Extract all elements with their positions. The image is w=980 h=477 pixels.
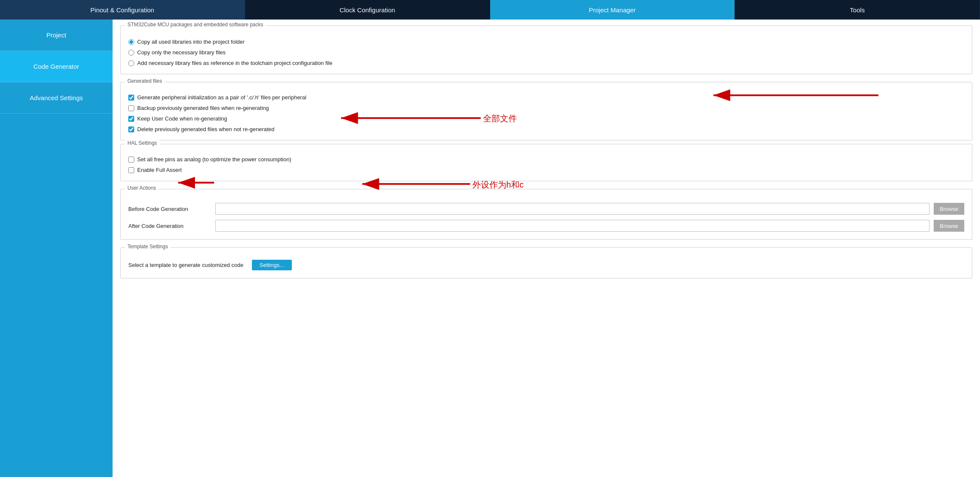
label-full-assert: Enable Full Assert: [137, 167, 182, 173]
radio-copy-all[interactable]: [128, 39, 134, 45]
option-add-reference[interactable]: Add necessary library files as reference…: [128, 60, 964, 66]
label-copy-necessary: Copy only the necessary library files: [137, 49, 226, 56]
label-keep-user-code: Keep User Code when re-generating: [137, 115, 227, 122]
option-keep-user-code[interactable]: Keep User Code when re-generating: [128, 115, 964, 122]
main-layout: Project Code Generator Advanced Settings…: [0, 20, 980, 477]
before-code-gen-label: Before Code Generation: [128, 206, 211, 212]
template-section-title: Template Settings: [125, 244, 170, 250]
label-delete-files: Delete previously generated files when n…: [137, 126, 274, 132]
checkbox-delete-files[interactable]: [128, 126, 134, 132]
user-actions-title: User Actions: [125, 185, 158, 191]
generated-files-title: Generated files: [125, 78, 164, 84]
top-nav: Pinout & Configuration Clock Configurati…: [0, 0, 980, 20]
tab-tools[interactable]: Tools: [735, 0, 980, 20]
before-code-gen-browse[interactable]: Browse: [934, 203, 964, 215]
radio-copy-necessary[interactable]: [128, 50, 134, 56]
after-code-gen-input[interactable]: [215, 220, 929, 232]
generated-files-section: Generated files Generate peripheral init…: [120, 82, 972, 140]
sidebar: Project Code Generator Advanced Settings: [0, 20, 113, 477]
checkbox-backup-files[interactable]: [128, 105, 134, 111]
option-copy-all[interactable]: Copy all used libraries into the project…: [128, 39, 964, 45]
option-full-assert[interactable]: Enable Full Assert: [128, 167, 964, 173]
template-section: Template Settings Select a template to g…: [120, 247, 972, 278]
settings-button[interactable]: Settings...: [252, 260, 292, 270]
label-backup-files: Backup previously generated files when r…: [137, 105, 269, 111]
hal-section-title: HAL Settings: [125, 140, 160, 146]
label-add-reference: Add necessary library files as reference…: [137, 60, 333, 66]
tab-project-manager[interactable]: Project Manager: [490, 0, 735, 20]
stm32-section: STM32Cube MCU packages and embedded soft…: [120, 25, 972, 74]
radio-add-reference[interactable]: [128, 60, 134, 66]
sidebar-item-advanced-settings[interactable]: Advanced Settings: [0, 82, 113, 114]
option-backup-files[interactable]: Backup previously generated files when r…: [128, 105, 964, 111]
content-area: STM32Cube MCU packages and embedded soft…: [113, 20, 980, 477]
after-code-gen-label: After Code Generation: [128, 223, 211, 229]
checkbox-gen-peripheral[interactable]: [128, 95, 134, 101]
option-copy-necessary[interactable]: Copy only the necessary library files: [128, 49, 964, 56]
after-code-gen-row: After Code Generation Browse: [128, 220, 964, 232]
option-free-pins[interactable]: Set all free pins as analog (to optimize…: [128, 156, 964, 163]
after-code-gen-browse[interactable]: Browse: [934, 220, 964, 232]
checkbox-free-pins[interactable]: [128, 157, 134, 163]
before-code-gen-row: Before Code Generation Browse: [128, 203, 964, 215]
stm32-section-title: STM32Cube MCU packages and embedded soft…: [125, 22, 266, 28]
option-delete-files[interactable]: Delete previously generated files when n…: [128, 126, 964, 132]
user-actions-section: User Actions Before Code Generation Brow…: [120, 189, 972, 240]
label-free-pins: Set all free pins as analog (to optimize…: [137, 156, 291, 163]
checkbox-keep-user-code[interactable]: [128, 116, 134, 122]
option-gen-peripheral[interactable]: Generate peripheral initialization as a …: [128, 94, 964, 101]
template-label: Select a template to generate customized…: [128, 262, 243, 268]
sidebar-item-project[interactable]: Project: [0, 20, 113, 51]
tab-clock[interactable]: Clock Configuration: [245, 0, 490, 20]
checkbox-full-assert[interactable]: [128, 167, 134, 173]
template-row: Select a template to generate customized…: [128, 260, 964, 270]
label-copy-all: Copy all used libraries into the project…: [137, 39, 245, 45]
label-gen-peripheral: Generate peripheral initialization as a …: [137, 94, 306, 101]
tab-pinout[interactable]: Pinout & Configuration: [0, 0, 245, 20]
hal-section: HAL Settings Set all free pins as analog…: [120, 144, 972, 181]
sidebar-item-code-generator[interactable]: Code Generator: [0, 51, 113, 82]
before-code-gen-input[interactable]: [215, 203, 929, 215]
